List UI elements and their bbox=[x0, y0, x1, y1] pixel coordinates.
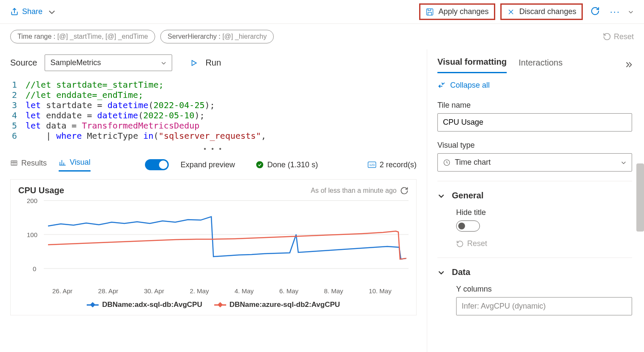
reset-label: Reset bbox=[614, 32, 634, 41]
collapse-all-button[interactable]: Collapse all bbox=[437, 73, 644, 97]
table-icon bbox=[10, 159, 18, 167]
tab-visual-formatting[interactable]: Visual formatting bbox=[437, 57, 507, 73]
share-button[interactable]: Share bbox=[10, 7, 56, 16]
reset-filters-button[interactable]: Reset bbox=[603, 32, 634, 41]
svg-point-2 bbox=[256, 161, 263, 169]
y-tick: 100 bbox=[27, 231, 37, 238]
chip-value: [@] _hierarchy bbox=[222, 33, 267, 40]
top-toolbar: Share Apply changes Discard changes ··· bbox=[0, 0, 644, 24]
source-row: Source SampleMetrics Run bbox=[0, 49, 427, 76]
scrollbar-thumb[interactable] bbox=[636, 163, 644, 232]
x-tick: 28. Apr bbox=[98, 287, 119, 295]
x-tick: 4. May bbox=[235, 287, 254, 295]
legend-label: DBName:azure-sql-db2:AvgCPU bbox=[230, 300, 340, 309]
chevron-down-icon bbox=[437, 192, 445, 200]
formatting-tabs: Visual formatting Interactions bbox=[437, 49, 644, 73]
timerange-chip[interactable]: Time range : [@] _startTime, [@] _endTim… bbox=[10, 30, 155, 43]
source-value: SampleMetrics bbox=[50, 58, 101, 67]
chip-value: [@] _startTime, [@] _endTime bbox=[57, 33, 148, 40]
chevron-down-icon bbox=[161, 60, 167, 66]
done-label: Done (1.310 s) bbox=[267, 160, 318, 169]
x-tick: 2. May bbox=[190, 287, 209, 295]
chart-plot-area[interactable]: 200 100 0 bbox=[18, 198, 409, 287]
more-button[interactable]: ··· bbox=[607, 4, 623, 20]
code-token: //let enddate=_endTime; bbox=[26, 90, 143, 100]
apply-label: Apply changes bbox=[438, 7, 488, 16]
clock-icon bbox=[443, 159, 451, 166]
record-count: 123 2 record(s) bbox=[368, 160, 417, 169]
tab-visual[interactable]: Visual bbox=[59, 158, 91, 172]
apply-changes-button[interactable]: Apply changes bbox=[419, 3, 495, 20]
svg-rect-0 bbox=[427, 9, 433, 15]
legend-label: DBName:adx-sql-db:AvgCPU bbox=[102, 300, 202, 309]
svg-rect-1 bbox=[11, 161, 17, 166]
expand-label: Expand preview bbox=[181, 160, 235, 169]
section-general[interactable]: General bbox=[437, 181, 632, 205]
section-title: General bbox=[452, 191, 483, 200]
chart-svg bbox=[44, 198, 409, 275]
expand-preview-toggle[interactable] bbox=[145, 159, 169, 170]
tilename-label: Tile name bbox=[437, 101, 632, 110]
status-badge: Done (1.310 s) bbox=[255, 160, 318, 169]
x-tick: 10. May bbox=[369, 287, 392, 295]
chart-tile: CPU Usage As of less than a minute ago 2… bbox=[10, 179, 417, 315]
hide-title-label: Hide title bbox=[456, 208, 632, 217]
tilename-input[interactable] bbox=[437, 113, 632, 132]
hide-title-toggle[interactable] bbox=[456, 220, 480, 232]
chevron-down-icon bbox=[48, 8, 56, 16]
formatting-scroll[interactable]: Tile name Visual type Time chart General… bbox=[437, 97, 644, 352]
run-button[interactable]: Run bbox=[190, 58, 221, 68]
chip-label: ServerHierarchy : bbox=[167, 33, 222, 40]
asof-label: As of less than a minute ago bbox=[311, 187, 397, 195]
line-number: 4 bbox=[0, 110, 26, 120]
chevron-down-icon[interactable] bbox=[628, 9, 634, 15]
legend-swatch-icon bbox=[87, 304, 99, 306]
reset-icon bbox=[603, 32, 611, 41]
legend-swatch-icon bbox=[214, 304, 226, 306]
y-tick: 200 bbox=[27, 197, 37, 204]
tab-interactions[interactable]: Interactions bbox=[519, 58, 562, 73]
legend-item[interactable]: DBName:adx-sql-db:AvgCPU bbox=[87, 300, 202, 309]
code-token: //let startdate=_startTime; bbox=[26, 80, 164, 90]
ycolumns-value: Infer: AvgCPU (dynamic) bbox=[462, 302, 546, 311]
chart-asof: As of less than a minute ago bbox=[311, 186, 409, 195]
query-editor[interactable]: 1//let startdate=_startTime; 2//let endd… bbox=[0, 76, 427, 144]
source-label: Source bbox=[10, 58, 37, 68]
refresh-icon[interactable] bbox=[400, 186, 409, 195]
x-tick: 6. May bbox=[279, 287, 298, 295]
chart-title: CPU Usage bbox=[18, 186, 64, 195]
legend-item[interactable]: DBName:azure-sql-db2:AvgCPU bbox=[214, 300, 340, 309]
x-axis: 26. Apr 28. Apr 30. Apr 2. May 4. May 6.… bbox=[18, 287, 409, 295]
double-chevron-icon bbox=[624, 60, 634, 69]
expand-pane-button[interactable] bbox=[624, 60, 634, 71]
line-number: 1 bbox=[0, 80, 26, 90]
visualtype-select[interactable]: Time chart bbox=[437, 153, 632, 172]
close-icon bbox=[507, 8, 515, 16]
records-label: 2 record(s) bbox=[380, 160, 417, 169]
ycolumns-select[interactable]: Infer: AvgCPU (dynamic) bbox=[456, 297, 632, 315]
line-number: 2 bbox=[0, 90, 26, 100]
line-number: 3 bbox=[0, 100, 26, 110]
hierarchy-chip[interactable]: ServerHierarchy : [@] _hierarchy bbox=[160, 30, 274, 43]
discard-changes-button[interactable]: Discard changes bbox=[500, 3, 583, 20]
chart-legend: DBName:adx-sql-db:AvgCPU DBName:azure-sq… bbox=[18, 300, 409, 309]
section-data[interactable]: Data bbox=[437, 258, 632, 281]
splitter-handle[interactable]: • • • bbox=[0, 144, 427, 154]
collapse-icon bbox=[437, 81, 446, 90]
tab-results[interactable]: Results bbox=[10, 159, 47, 171]
visualtype-label: Visual type bbox=[437, 141, 632, 150]
svg-text:123: 123 bbox=[369, 163, 375, 167]
line-number: 6 bbox=[0, 131, 26, 141]
reset-section-button[interactable]: Reset bbox=[437, 239, 632, 248]
y-tick: 0 bbox=[33, 265, 36, 272]
chevron-down-icon bbox=[437, 269, 445, 276]
collapse-label: Collapse all bbox=[450, 81, 490, 90]
source-select[interactable]: SampleMetrics bbox=[45, 54, 172, 71]
filter-chip-row: Time range : [@] _startTime, [@] _endTim… bbox=[0, 24, 644, 49]
x-tick: 8. May bbox=[324, 287, 343, 295]
share-label: Share bbox=[22, 7, 43, 16]
formatting-pane: Visual formatting Interactions Collapse … bbox=[427, 49, 644, 352]
refresh-button[interactable] bbox=[588, 4, 602, 20]
chip-label: Time range : bbox=[17, 33, 57, 40]
reset-icon bbox=[456, 240, 464, 248]
